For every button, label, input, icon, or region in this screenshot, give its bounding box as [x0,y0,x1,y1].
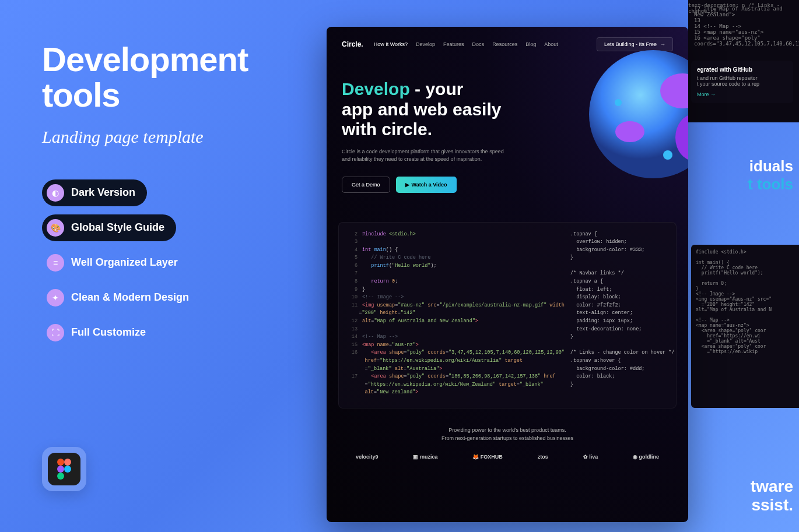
nav-item[interactable]: Features [443,41,464,47]
nav-item[interactable]: How It Works? [374,41,408,47]
feature-clean-design: ✦ Clean & Modern Design [42,284,201,311]
nav-item[interactable]: About [544,41,558,47]
figma-icon [48,453,80,485]
contrast-icon: ◐ [47,184,64,202]
peek-heading-mid: iduals t tools [688,152,799,245]
preview-logo: Circle. [342,40,363,48]
subtitle: Landing page template [42,127,287,147]
palette-icon: 🎨 [47,219,64,237]
svg-point-5 [589,50,688,178]
promo-sidebar: Development tools Landing page template … [42,42,287,346]
code-preview: 2#include <stdio.h>34int main() {5 // Wr… [338,222,677,408]
watch-video-button[interactable]: ▶ Watch a Video [396,177,457,193]
svg-point-3 [64,466,71,473]
get-demo-button[interactable]: Get a Demo [342,177,390,193]
planet-illustration [577,38,688,190]
svg-point-4 [57,473,64,480]
nav-item[interactable]: Docs [472,41,485,47]
preview-hero: Develop - your app and web easily with c… [327,62,688,205]
main-title: Development tools [42,42,287,113]
figma-badge [42,447,86,491]
hero-title: Develop - your app and web easily with c… [342,79,540,140]
layers-icon: ≡ [47,254,64,272]
partner-logo: velocity9 [356,454,379,460]
partner-logo: ztos [538,454,548,460]
svg-point-10 [615,99,622,106]
nav-item[interactable]: Resources [492,41,517,47]
github-more-link[interactable]: More → [697,91,716,97]
nav-item[interactable]: Develop [416,41,435,47]
svg-point-2 [57,466,64,473]
partner-logo: 🦊 FOXHUB [472,454,503,460]
peek-code-mid: #include <stdio.h> int main() { // Write… [691,245,799,408]
partner-logo: ▣ muzica [413,454,437,460]
svg-point-7 [615,121,644,142]
feature-list: ◐ Dark Version 🎨 Global Style Guide ≡ We… [42,179,287,346]
wand-icon: ✦ [47,289,64,306]
partner-logo: ◉ goldline [633,454,659,460]
github-card: egrated with GitHub t and run GitHub rep… [691,61,793,103]
hero-subtitle: Circle is a code development platform th… [342,148,505,164]
nav-item[interactable]: Blog [525,41,536,47]
svg-point-1 [64,459,71,466]
partner-logo: ✿ liva [583,454,598,460]
feature-dark-version: ◐ Dark Version [42,179,147,206]
feature-organized: ≡ Well Organized Layer [42,249,190,276]
svg-point-0 [57,459,64,466]
preview-footer: Providing power to the world's best prod… [327,426,688,460]
peek-heading-bottom: tware ssist. [688,477,799,515]
play-icon: ▶ [405,182,409,188]
template-preview: Circle. How It Works?DevelopFeaturesDocs… [327,27,688,522]
svg-point-9 [663,150,672,160]
feature-style-guide: 🎨 Global Style Guide [42,214,176,241]
feature-customize: ⛶ Full Customize [42,319,157,346]
crop-icon: ⛶ [47,324,64,341]
